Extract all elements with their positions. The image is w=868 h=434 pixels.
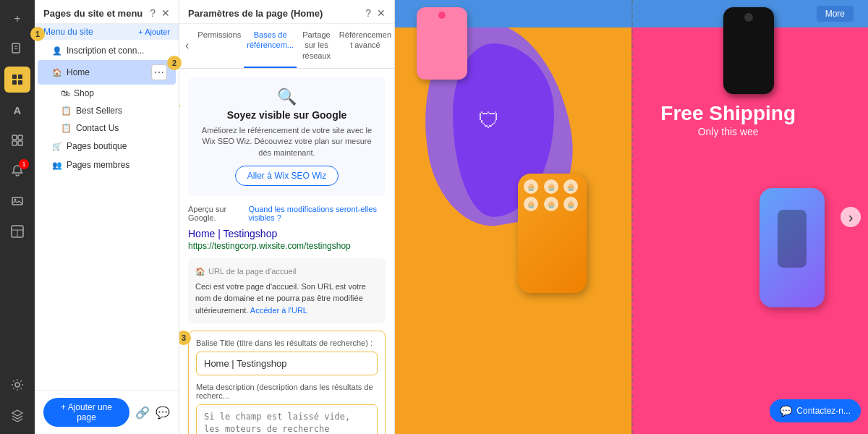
best-sellers-icon: 📋 bbox=[61, 106, 72, 116]
seo-panel-icons: ? ✕ bbox=[365, 7, 386, 19]
seo-panel: Paramètres de la page (Home) ? ✕ ‹ Permi… bbox=[179, 0, 395, 434]
contact-us-label: Contact Us bbox=[76, 123, 119, 133]
step1-badge: 1 bbox=[30, 27, 45, 41]
svg-rect-5 bbox=[12, 80, 17, 85]
membres-icon: 👥 bbox=[52, 161, 62, 170]
shop-label: Shop bbox=[74, 88, 94, 98]
contact-label: Contactez-n... bbox=[796, 406, 851, 416]
add-button[interactable]: + bbox=[4, 6, 30, 32]
meta-section-label: Meta description (description dans les r… bbox=[196, 383, 378, 400]
seo-help-icon[interactable]: ? bbox=[365, 7, 371, 19]
membres-label: Pages membres bbox=[67, 160, 129, 170]
svg-rect-11 bbox=[12, 197, 22, 205]
add-page-link[interactable]: + Ajouter bbox=[138, 27, 170, 36]
seo-meta-textarea[interactable] bbox=[196, 404, 378, 434]
shop-item[interactable]: 🛍 Shop bbox=[38, 85, 176, 102]
notification-badge: 1 bbox=[19, 159, 29, 169]
modifications-link[interactable]: Quand les modifications seront-elles vis… bbox=[249, 205, 386, 222]
google-section-title: Soyez visible sur Google bbox=[198, 109, 375, 121]
dashed-divider bbox=[631, 0, 633, 434]
seo-highlight-box: Balise Title (titre dans les résultats d… bbox=[188, 331, 386, 434]
contact-us-item[interactable]: 📋 Contact Us bbox=[38, 119, 176, 137]
free-shipping-text: Free Shipping Only this wee bbox=[660, 101, 796, 137]
pages-close-icon[interactable]: ✕ bbox=[161, 7, 170, 19]
tab-referencement-avance[interactable]: Référencemen t avancé bbox=[336, 24, 394, 68]
widget-icon[interactable] bbox=[4, 127, 30, 153]
yellow-arrow: ➜ bbox=[179, 88, 184, 122]
seo-close-icon[interactable]: ✕ bbox=[377, 7, 386, 19]
inscription-icon: 👤 bbox=[52, 46, 62, 56]
home-dots-button[interactable]: ⋯ bbox=[151, 64, 167, 80]
svg-rect-3 bbox=[12, 75, 17, 79]
pages-boutique-item[interactable]: 🛒 Pages boutique bbox=[38, 137, 176, 156]
shop-icon: 🛍 bbox=[61, 88, 69, 98]
design-icon[interactable] bbox=[4, 67, 30, 93]
preview-content: More Free Shipping Only this wee 🧁 🧁 🧁 🧁… bbox=[395, 0, 868, 434]
pages-panel-icons: ? ✕ bbox=[150, 7, 170, 19]
boutique-icon: 🛒 bbox=[52, 142, 62, 151]
media-icon[interactable] bbox=[4, 188, 30, 214]
svg-rect-8 bbox=[18, 135, 22, 140]
svg-point-16 bbox=[15, 383, 20, 387]
seo-back-button[interactable]: ‹ bbox=[179, 24, 195, 68]
free-shipping-sub: Only this wee bbox=[660, 126, 796, 138]
svg-rect-6 bbox=[18, 80, 22, 85]
boutique-label: Pages boutique bbox=[67, 141, 127, 151]
seo-content: ➜ 🔍 Soyez visible sur Google Améliorez l… bbox=[179, 69, 394, 434]
svg-rect-9 bbox=[12, 141, 17, 145]
inscription-label: Inscription et conn... bbox=[67, 46, 144, 56]
seo-panel-title: Paramètres de la page (Home) bbox=[188, 8, 323, 19]
seo-title-input[interactable] bbox=[196, 352, 378, 375]
svg-rect-4 bbox=[18, 75, 22, 79]
pages-panel: Pages du site et menu ? ✕ Menu du site +… bbox=[35, 0, 179, 434]
tab-bases-referencement[interactable]: Bases de référencem... bbox=[244, 24, 297, 68]
app-icon[interactable] bbox=[4, 218, 30, 244]
pages-help-icon[interactable]: ? bbox=[150, 7, 156, 19]
pages-membres-item[interactable]: 👥 Pages membres bbox=[38, 156, 176, 174]
phone-case-orange: 🧁 🧁 🧁 🧁 🧁 🧁 bbox=[518, 174, 587, 293]
access-url-link[interactable]: Accéder à l'URL bbox=[250, 306, 307, 315]
left-toolbar: + A 1 bbox=[0, 0, 35, 434]
google-icon: 🔍 bbox=[198, 88, 375, 106]
inscription-item[interactable]: 👤 Inscription et conn... bbox=[38, 41, 176, 60]
pages-panel-title: Pages du site et menu bbox=[43, 8, 142, 19]
tab-permissions[interactable]: Permissions bbox=[195, 24, 244, 68]
preview-link-title: Home | Testingshop bbox=[188, 228, 386, 239]
home-icon: 🏠 bbox=[52, 68, 62, 77]
best-sellers-item[interactable]: 📋 Best Sellers bbox=[38, 102, 176, 119]
link-icon[interactable]: 🔗 bbox=[135, 406, 150, 420]
menu-du-site-item[interactable]: Menu du site + Ajouter bbox=[35, 24, 179, 40]
contact-button[interactable]: 💬 Contactez-n... bbox=[770, 399, 861, 422]
next-arrow[interactable]: › bbox=[841, 207, 861, 227]
svg-rect-7 bbox=[12, 135, 17, 140]
seo-tabs: ‹ Permissions Bases de référencem... Par… bbox=[179, 24, 394, 69]
seo-fields-section: 3 Balise Title (titre dans les résultats… bbox=[188, 331, 386, 434]
phone-case-blue bbox=[760, 188, 825, 307]
seo-wiz-button[interactable]: Aller à Wix SEO Wiz bbox=[235, 166, 339, 186]
notifications-icon[interactable]: 1 bbox=[4, 158, 30, 184]
url-label: 🏠 URL de la page d'accueil bbox=[195, 265, 378, 278]
layers-icon[interactable] bbox=[4, 402, 30, 428]
more-button[interactable]: More bbox=[817, 6, 854, 22]
title-section-label: Balise Title (titre dans les résultats d… bbox=[196, 339, 378, 347]
pages-icon[interactable] bbox=[4, 36, 30, 62]
font-icon[interactable]: A bbox=[4, 97, 30, 123]
settings-bottom-icon[interactable] bbox=[4, 372, 30, 398]
chat-icon[interactable]: 💬 bbox=[156, 406, 170, 420]
shield-icon: 🛡 bbox=[478, 109, 500, 133]
pages-panel-footer: + Ajouter une page 🔗 💬 bbox=[35, 390, 179, 434]
google-preview-label: Aperçu sur Google. Quand les modificatio… bbox=[188, 205, 386, 222]
home-menu-item[interactable]: 🏠 Home ⋯ 2 bbox=[38, 60, 176, 85]
home-label: Home bbox=[67, 67, 90, 77]
contact-icon: 📋 bbox=[61, 123, 72, 133]
best-sellers-label: Best Sellers bbox=[76, 106, 122, 116]
phone-black bbox=[723, 7, 774, 94]
step2-badge: 2 bbox=[167, 56, 182, 70]
add-page-button[interactable]: + Ajouter une page bbox=[43, 398, 129, 427]
url-box: 🏠 URL de la page d'accueil Ceci est votr… bbox=[188, 258, 386, 323]
google-visibility-box: ➜ 🔍 Soyez visible sur Google Améliorez l… bbox=[188, 77, 386, 196]
svg-rect-10 bbox=[18, 141, 22, 145]
seo-panel-header: Paramètres de la page (Home) ? ✕ bbox=[179, 0, 394, 24]
phone-pink bbox=[417, 7, 467, 80]
tab-partage-reseaux[interactable]: Partage sur les réseaux bbox=[297, 24, 336, 68]
